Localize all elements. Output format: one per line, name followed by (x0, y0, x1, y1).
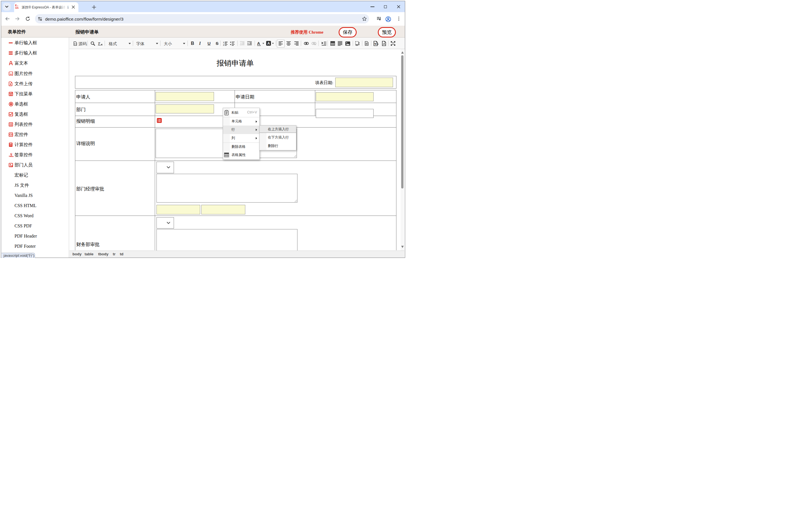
svg-text:T: T (98, 42, 100, 46)
svg-text:S: S (10, 152, 12, 157)
svg-text:1: 1 (223, 42, 224, 44)
svg-text:W: W (374, 43, 377, 46)
svg-text:2: 2 (223, 44, 224, 46)
svg-text:×: × (9, 155, 10, 157)
